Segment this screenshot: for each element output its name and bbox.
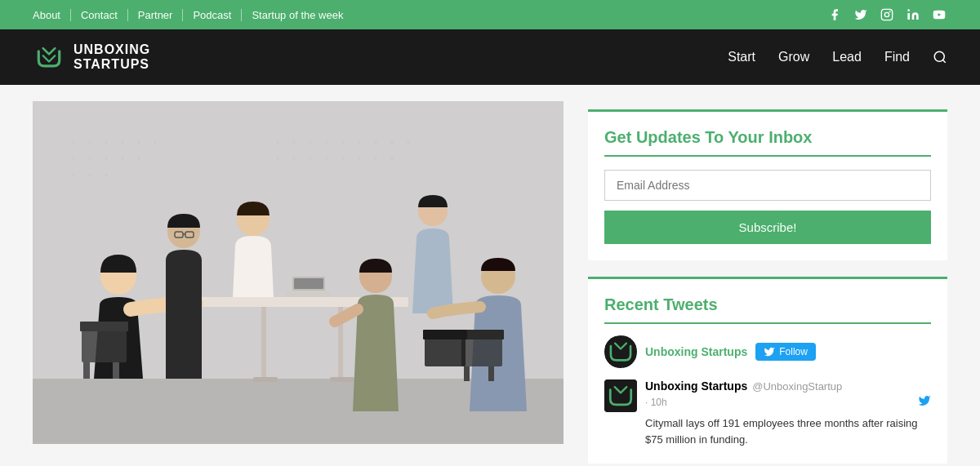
svg-point-42 <box>73 158 75 160</box>
tweet-content: Unboxing Startups @UnboxingStartup · 10h… <box>604 379 931 447</box>
nav-lead[interactable]: Lead <box>832 50 862 64</box>
svg-rect-12 <box>253 377 278 382</box>
main-image <box>33 101 564 444</box>
top-bar: About Contact Partner Podcast Startup of… <box>0 0 980 29</box>
tweet-username: Unboxing Startups <box>645 379 747 393</box>
svg-rect-25 <box>83 362 90 379</box>
svg-point-45 <box>122 158 124 160</box>
svg-rect-35 <box>294 278 323 289</box>
logo-text: UNBOXING STARTUPS <box>74 42 150 71</box>
svg-rect-32 <box>423 330 467 340</box>
svg-point-46 <box>138 158 140 160</box>
follow-button[interactable]: Follow <box>755 343 816 361</box>
svg-point-49 <box>105 174 108 176</box>
subscribe-button[interactable]: Subscribe! <box>604 211 931 244</box>
svg-point-1 <box>884 12 889 16</box>
svg-rect-30 <box>488 366 494 381</box>
svg-rect-10 <box>261 307 266 380</box>
svg-point-60 <box>293 158 296 160</box>
tweet-account-name[interactable]: Unboxing Startups <box>645 345 747 358</box>
main-header: UNBOXING STARTUPS Start Grow Lead Find <box>0 29 980 85</box>
top-nav-links: About Contact Partner Podcast Startup of… <box>33 9 353 21</box>
svg-point-47 <box>73 174 75 176</box>
svg-point-36 <box>73 141 75 144</box>
tweet-time-row: · 10h <box>645 394 931 411</box>
social-icons <box>826 7 947 23</box>
twitter-bird-icon <box>764 346 775 357</box>
svg-point-3 <box>907 9 910 11</box>
nav-find[interactable]: Find <box>884 50 910 64</box>
search-button[interactable] <box>933 50 947 64</box>
follow-label: Follow <box>779 346 808 357</box>
logo[interactable]: UNBOXING STARTUPS <box>33 41 150 73</box>
svg-rect-29 <box>464 366 470 381</box>
svg-point-39 <box>122 141 124 144</box>
svg-point-54 <box>342 141 345 144</box>
svg-rect-27 <box>461 338 502 366</box>
svg-point-5 <box>934 51 944 61</box>
main-image-container <box>33 101 564 464</box>
svg-point-56 <box>375 141 377 144</box>
meeting-scene-svg <box>33 101 564 444</box>
svg-point-61 <box>310 158 312 160</box>
tweet-bird-icon <box>918 394 931 411</box>
nav-start[interactable]: Start <box>728 50 755 64</box>
instagram-icon[interactable] <box>879 7 895 23</box>
svg-point-62 <box>326 158 328 160</box>
svg-point-53 <box>326 141 328 144</box>
svg-point-52 <box>310 141 312 144</box>
nav-podcast[interactable]: Podcast <box>183 9 242 21</box>
nav-contact[interactable]: Contact <box>71 9 128 21</box>
svg-point-38 <box>105 141 108 144</box>
svg-point-48 <box>89 174 91 176</box>
svg-point-55 <box>359 141 361 144</box>
svg-point-44 <box>105 158 108 160</box>
linkedin-icon[interactable] <box>905 7 921 23</box>
svg-rect-0 <box>881 9 892 20</box>
svg-rect-26 <box>113 362 119 379</box>
svg-rect-24 <box>80 322 128 331</box>
youtube-icon[interactable] <box>931 7 947 23</box>
sidebar: Get Updates To Your Inbox Subscribe! Rec… <box>588 101 947 464</box>
svg-point-65 <box>375 158 377 160</box>
newsletter-box: Get Updates To Your Inbox Subscribe! <box>588 109 947 260</box>
svg-point-66 <box>391 158 394 160</box>
svg-point-43 <box>89 158 91 160</box>
logo-icon <box>33 41 65 73</box>
svg-point-2 <box>889 11 890 12</box>
content-area: Get Updates To Your Inbox Subscribe! Rec… <box>0 85 980 466</box>
svg-point-64 <box>359 158 361 160</box>
svg-point-41 <box>154 141 157 144</box>
svg-point-59 <box>277 158 279 160</box>
tweet-body: Unboxing Startups @UnboxingStartup · 10h… <box>645 379 931 447</box>
svg-point-37 <box>89 141 91 144</box>
search-icon <box>933 50 947 64</box>
main-nav: Start Grow Lead Find <box>728 50 947 64</box>
nav-partner[interactable]: Partner <box>128 9 184 21</box>
svg-rect-33 <box>286 291 331 297</box>
recent-tweets-box: Recent Tweets Unboxing Startups Follow <box>588 277 947 464</box>
svg-rect-23 <box>82 330 127 362</box>
nav-startup-of-week[interactable]: Startup of the week <box>242 9 353 21</box>
nav-grow[interactable]: Grow <box>778 50 809 64</box>
svg-line-6 <box>942 60 945 62</box>
tweet-time: · 10h <box>645 397 667 408</box>
recent-tweets-title: Recent Tweets <box>604 295 931 324</box>
svg-point-50 <box>277 141 279 144</box>
twitter-icon[interactable] <box>853 7 869 23</box>
svg-point-57 <box>391 141 394 144</box>
facebook-icon[interactable] <box>826 7 843 23</box>
brand-name-line1: UNBOXING <box>74 42 150 57</box>
tweet-avatar-small <box>604 335 637 368</box>
svg-point-40 <box>138 141 140 144</box>
nav-about[interactable]: About <box>33 9 71 21</box>
tweet-text: Citymall lays off 191 employees three mo… <box>645 415 931 447</box>
svg-rect-31 <box>425 338 466 366</box>
tweet-account-row: Unboxing Startups Follow <box>604 335 931 368</box>
svg-point-63 <box>342 158 345 160</box>
tweet-user-avatar <box>604 379 637 412</box>
newsletter-title: Get Updates To Your Inbox <box>604 128 931 157</box>
email-input[interactable] <box>604 170 931 201</box>
svg-point-58 <box>408 141 410 144</box>
svg-rect-13 <box>330 377 354 382</box>
